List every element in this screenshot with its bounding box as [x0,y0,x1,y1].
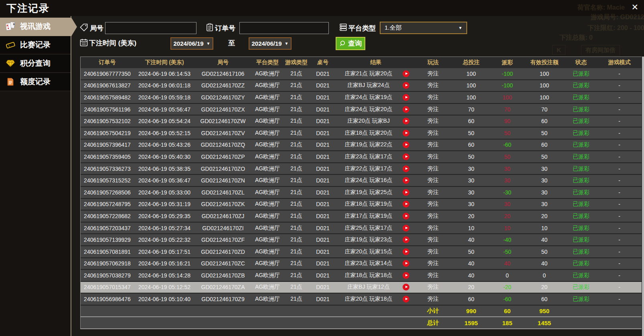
bet-time-cell: 2024-06-19 05:36:47 [134,175,195,186]
table-row[interactable]: 240619057139929 2024-06-19 05:22:32 GD02… [81,234,642,246]
play-video-icon[interactable] [403,70,409,77]
game-mode-cell: - [597,187,642,198]
sidebar-item-points-query[interactable]: 积分查询 [0,55,71,73]
play-video-icon[interactable] [403,237,409,243]
play-video-icon[interactable] [403,296,409,303]
order-number-input[interactable] [239,22,329,34]
round-id-cell: GD021246170ZI [195,223,251,234]
result-text: 庄家21点 玩家20点 [337,70,400,77]
play-video-icon[interactable] [403,248,409,255]
platform-cell: AG欧洲厅 [251,92,284,103]
platform-cell: AG欧洲厅 [251,128,284,139]
search-button[interactable]: 查询 [336,37,365,50]
table-row[interactable]: 240619057038279 2024-06-19 05:14:28 GD02… [81,270,642,282]
tag-icon [79,23,88,32]
play-type-cell: 旁注 [415,163,452,174]
table-row[interactable]: 240619067613827 2024-06-19 06:01:18 GD02… [81,80,642,92]
play-video-icon[interactable] [403,272,409,279]
payout-cell: 100 [491,92,524,103]
table-row[interactable]: 240619057336273 2024-06-19 05:38:35 GD02… [81,163,642,175]
play-video-icon[interactable] [403,225,409,231]
play-video-icon[interactable] [403,201,409,208]
table-number-cell: D021 [309,258,337,269]
table-row[interactable]: 240619067777350 2024-06-19 06:14:53 GD02… [81,68,642,80]
game-mode-cell: - [597,92,642,103]
game-type-cell: 21点 [284,223,309,234]
valid-bet-cell: 70 [524,104,565,115]
sidebar-item-video-games[interactable]: 9 K♥ 视讯游戏 [0,18,77,36]
table-row[interactable]: 240619057268506 2024-06-19 05:33:00 GD02… [81,187,642,199]
play-video-icon[interactable] [403,153,409,160]
table-row[interactable]: 240619057359405 2024-06-19 05:40:30 GD02… [81,151,642,163]
table-row[interactable]: 240619057589482 2024-06-19 05:59:18 GD02… [81,92,642,104]
ticket-icon [5,40,16,50]
play-video-icon[interactable] [403,165,409,172]
date-from-picker[interactable]: 2024/06/19 ▼ [170,37,213,50]
result-cell: 庄家25点 玩家17点 [337,223,415,234]
bet-time-cell: 2024-06-19 05:38:35 [134,163,195,174]
order-id-cell: 240619057359405 [81,151,134,162]
valid-bet-cell: 60 [524,293,565,305]
result-text: 庄家20点 玩家BJ [337,117,400,125]
table-row[interactable]: 240619057532102 2024-06-19 05:54:24 GD02… [81,115,642,128]
game-type-cell: 21点 [284,163,309,174]
sidebar-item-quota-records[interactable]: 额度记录 [0,73,71,91]
table-row[interactable]: 240619056986476 2024-06-19 05:10:40 GD02… [81,293,642,306]
col-header-result: 结果 [337,57,415,68]
total-bet-cell: 50 [452,128,491,139]
vertical-scrollbar[interactable] [642,57,644,336]
close-icon[interactable]: ✕ [631,3,638,11]
table-row[interactable]: 240619057504219 2024-06-19 05:52:15 GD02… [81,128,642,140]
order-id-cell: 240619057015347 [81,282,134,293]
result-cell: 庄家24点 玩家16点 [337,175,415,186]
table-row[interactable]: 240619057015347 2024-06-19 05:12:52 GD02… [81,282,642,294]
table-row[interactable]: 240619057062918 2024-06-19 05:16:21 GD02… [81,258,642,270]
bet-time-cell: 2024-06-19 06:01:18 [134,80,195,91]
bet-time-cell: 2024-06-19 05:52:15 [134,128,195,139]
order-id-cell: 240619057561196 [81,104,134,115]
table-number-cell: D021 [309,104,337,115]
play-type-cell: 旁注 [415,270,452,281]
table-row[interactable]: 240619057396417 2024-06-19 05:43:26 GD02… [81,140,642,152]
play-video-icon[interactable] [403,213,409,219]
platform-cell: AG欧洲厅 [251,199,284,210]
play-type-cell: 旁注 [415,199,452,210]
table-row[interactable]: 240619057248795 2024-06-19 05:31:19 GD02… [81,199,642,211]
play-video-icon[interactable] [403,189,409,196]
game-mode-cell: - [597,128,642,139]
table-number-cell: D021 [309,80,337,91]
bet-time-cell: 2024-06-19 05:59:18 [134,92,195,103]
play-video-icon[interactable] [403,130,409,136]
play-video-icon[interactable] [403,142,409,148]
game-mode-cell: - [597,115,642,127]
platform-type-select[interactable]: 1.全部 ▼ [380,22,467,34]
sidebar-item-match-records[interactable]: 比赛记录 [0,36,71,55]
play-video-icon[interactable] [403,82,409,89]
game-type-cell: 21点 [284,92,309,103]
round-id-cell: GD021246170ZD [195,246,251,257]
status-cell: 已派彩 [565,258,597,269]
play-type-cell: 旁注 [415,151,452,162]
game-mode-cell: - [597,270,642,281]
table-row[interactable]: 240619057228682 2024-06-19 05:29:35 GD02… [81,211,642,223]
col-header-total-bet: 总投注 [452,57,491,68]
play-video-icon[interactable] [403,106,409,113]
game-type-cell: 21点 [284,128,309,139]
svg-text:♥: ♥ [7,27,9,30]
table-row[interactable]: 240619057203437 2024-06-19 05:27:34 GD02… [81,223,642,235]
table-row[interactable]: 240619057315252 2024-06-19 05:36:47 GD02… [81,175,642,187]
bet-time-cell: 2024-06-19 05:17:51 [134,246,195,257]
result-text: 庄家23点 玩家14点 [337,260,400,267]
sidebar: 9 K♥ 视讯游戏 比赛记录 积分查询 [0,16,71,336]
round-number-input[interactable] [105,22,196,34]
date-to-picker[interactable]: 2024/06/19 ▼ [249,37,292,50]
play-video-icon[interactable] [403,260,409,267]
table-row[interactable]: 240619057081891 2024-06-19 05:17:51 GD02… [81,246,642,258]
col-header-platform: 平台类型 [251,57,284,68]
round-id-cell: GD021246170ZJ [195,211,251,222]
play-video-icon[interactable] [403,177,409,184]
play-video-icon[interactable] [403,118,409,125]
play-video-icon[interactable] [403,284,409,291]
table-row[interactable]: 240619057561196 2024-06-19 05:56:47 GD02… [81,104,642,116]
play-video-icon[interactable] [403,94,409,101]
